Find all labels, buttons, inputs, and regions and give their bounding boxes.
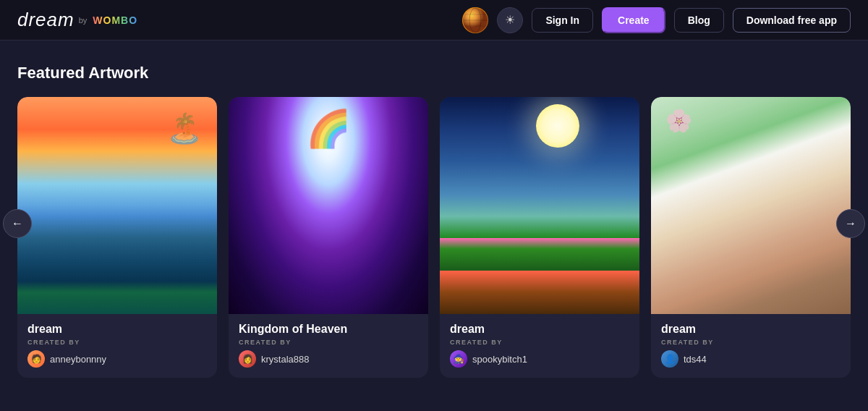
next-arrow-button[interactable]: →	[836, 209, 865, 238]
artwork-image-2	[229, 97, 428, 314]
logo-dream[interactable]: dream	[17, 9, 75, 31]
author-avatar-2: 👩	[239, 350, 256, 368]
logo-wombo[interactable]: WOMBO	[93, 14, 137, 26]
artwork-title-3: dream	[450, 323, 629, 336]
left-arrow-icon: ←	[12, 217, 23, 230]
author-avatar-3: 🧙	[450, 350, 467, 368]
artwork-card-1[interactable]: dream CREATED BY 🧑 anneybonnny	[17, 97, 217, 378]
blog-button[interactable]: Blog	[674, 8, 724, 33]
created-by-label-1: CREATED BY	[27, 339, 207, 346]
artwork-info-2: Kingdom of Heaven CREATED BY 👩 krystala8…	[229, 314, 428, 378]
author-name-2: krystala888	[261, 354, 309, 365]
artwork-grid: dream CREATED BY 🧑 anneybonnny Kingdom o…	[17, 97, 851, 378]
created-by-label-4: CREATED BY	[661, 339, 841, 346]
navbar: dream by WOMBO ☀ S	[0, 0, 868, 41]
section-title: Featured Artwork	[17, 64, 851, 82]
artwork-title-4: dream	[661, 323, 841, 336]
artwork-card-4[interactable]: dream CREATED BY 👤 tds44	[651, 97, 851, 378]
artwork-author-1: 🧑 anneybonnny	[27, 350, 207, 368]
prev-arrow-button[interactable]: ←	[3, 209, 32, 238]
artwork-image-3	[440, 97, 639, 314]
sun-icon: ☀	[505, 13, 515, 27]
artwork-author-4: 👤 tds44	[661, 350, 841, 368]
artwork-author-2: 👩 krystala888	[239, 350, 418, 368]
artwork-title-1: dream	[27, 323, 207, 336]
nav-by-text: by	[79, 16, 88, 25]
author-avatar-1: 🧑	[27, 350, 45, 368]
globe-icon[interactable]	[462, 7, 488, 33]
artwork-title-2: Kingdom of Heaven	[239, 323, 418, 336]
artwork-info-1: dream CREATED BY 🧑 anneybonnny	[17, 314, 217, 378]
author-name-4: tds44	[684, 354, 707, 365]
author-name-1: anneybonnny	[50, 354, 106, 365]
artwork-card-3[interactable]: dream CREATED BY 🧙 spookybitch1	[440, 97, 639, 378]
signin-button[interactable]: Sign In	[532, 8, 593, 33]
theme-toggle-button[interactable]: ☀	[497, 7, 523, 33]
artwork-card-2[interactable]: Kingdom of Heaven CREATED BY 👩 krystala8…	[229, 97, 428, 378]
nav-left: dream by WOMBO	[17, 9, 137, 31]
artwork-info-3: dream CREATED BY 🧙 spookybitch1	[440, 314, 639, 378]
artwork-image-1	[17, 97, 217, 314]
created-by-label-3: CREATED BY	[450, 339, 629, 346]
artwork-image-4	[651, 97, 851, 314]
author-name-3: spookybitch1	[472, 354, 527, 365]
main-content: Featured Artwork ← dream CREATED BY 🧑 an…	[0, 41, 868, 378]
nav-right: ☀ Sign In Create Blog Download free app	[462, 7, 851, 33]
artwork-author-3: 🧙 spookybitch1	[450, 350, 629, 368]
create-button[interactable]: Create	[602, 7, 665, 33]
artwork-container: ← dream CREATED BY 🧑 anneybonnny Kingdom…	[17, 97, 851, 378]
download-button[interactable]: Download free app	[733, 8, 851, 33]
right-arrow-icon: →	[845, 217, 856, 230]
created-by-label-2: CREATED BY	[239, 339, 418, 346]
author-avatar-4: 👤	[661, 350, 678, 368]
artwork-info-4: dream CREATED BY 👤 tds44	[651, 314, 851, 378]
